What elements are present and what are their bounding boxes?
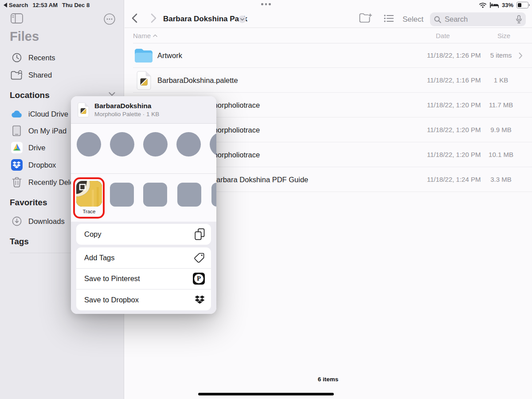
share-target-placeholder[interactable] bbox=[143, 132, 168, 156]
file-date: 11/18/22, 1:24 PM bbox=[427, 167, 481, 192]
list-view-icon bbox=[384, 14, 394, 23]
file-size: 5 items bbox=[486, 43, 516, 68]
file-name: Barbara Dokshina PDF Guide bbox=[211, 167, 308, 192]
file-size: 3.3 MB bbox=[486, 167, 516, 192]
share-file-title: BarbaraDokshina bbox=[94, 102, 159, 110]
share-target-placeholder[interactable] bbox=[77, 132, 101, 156]
sidebar-section-locations[interactable]: Locations bbox=[10, 90, 50, 100]
items-count: 6 items bbox=[124, 376, 532, 383]
share-target-placeholder[interactable] bbox=[176, 132, 201, 156]
action-card-primary: Copy bbox=[76, 224, 211, 245]
action-label: Add Tags bbox=[84, 254, 115, 262]
list-column-headers: Name Date Size bbox=[133, 31, 523, 43]
share-sheet-header: BarbaraDokshina Morpholio Palette · 1 KB bbox=[71, 96, 216, 124]
share-app-placeholder[interactable] bbox=[211, 183, 216, 207]
file-date: 11/18/22, 1:20 PM bbox=[427, 117, 481, 142]
shared-folder-icon bbox=[11, 70, 23, 80]
file-name: morpholiotrace bbox=[211, 142, 260, 167]
sidebar-section-favorites[interactable]: Favorites bbox=[10, 198, 47, 207]
palette-file-icon bbox=[134, 70, 153, 90]
action-add-tags[interactable]: Add Tags bbox=[76, 247, 211, 268]
mic-icon[interactable] bbox=[516, 15, 522, 23]
pinterest-icon: P bbox=[193, 273, 205, 285]
dropbox-icon bbox=[11, 159, 23, 171]
folder-icon bbox=[134, 46, 153, 65]
column-header-date[interactable]: Date bbox=[436, 32, 450, 39]
sort-ascending-icon bbox=[153, 34, 157, 37]
sidebar-toggle-icon bbox=[11, 13, 23, 23]
sidebar-item-label: Drive bbox=[28, 144, 46, 152]
file-name: morpholiotrace bbox=[211, 117, 260, 142]
share-sheet-divider bbox=[71, 173, 216, 174]
ellipsis-circle-icon bbox=[104, 13, 115, 25]
share-target-placeholder[interactable] bbox=[110, 132, 134, 156]
sidebar-item-label: Downloads bbox=[28, 217, 65, 226]
action-card-secondary: Add Tags Save to Pinterest P Save to Dro… bbox=[76, 247, 211, 310]
ipad-icon bbox=[11, 125, 23, 136]
sidebar-item-recents[interactable]: Recents bbox=[0, 49, 124, 66]
sidebar-item-label: Recents bbox=[28, 54, 55, 62]
palette-file-icon bbox=[78, 102, 89, 117]
annotation-highlight-rectangle bbox=[73, 177, 105, 219]
folder-title: Barbara Dokshina Pack bbox=[163, 15, 247, 23]
file-date: 11/18/22, 1:20 PM bbox=[427, 142, 481, 167]
file-row-artwork[interactable]: Artwork 11/18/22, 1:26 PM 5 items bbox=[124, 43, 532, 68]
sidebar-more-button[interactable] bbox=[104, 13, 115, 25]
file-date: 11/18/22, 1:16 PM bbox=[427, 68, 481, 93]
file-size: 9.9 MB bbox=[486, 117, 516, 142]
chevron-down-icon bbox=[240, 18, 244, 21]
dropbox-glyph-icon bbox=[195, 295, 205, 305]
file-size: 1 KB bbox=[486, 68, 516, 93]
action-save-to-pinterest[interactable]: Save to Pinterest P bbox=[76, 268, 211, 289]
chevron-down-icon[interactable] bbox=[109, 92, 115, 96]
trash-icon bbox=[11, 177, 23, 188]
select-button[interactable]: Select bbox=[403, 15, 423, 24]
status-bar: Search 12:53 AM Thu Dec 8 33% bbox=[0, 0, 532, 11]
sleep-focus-icon bbox=[490, 2, 499, 8]
file-name: BarbaraDokshina.palette bbox=[157, 68, 238, 93]
back-button[interactable] bbox=[131, 13, 137, 23]
file-row-palette[interactable]: BarbaraDokshina.palette 11/18/22, 1:16 P… bbox=[124, 68, 532, 93]
action-save-to-dropbox[interactable]: Save to Dropbox bbox=[76, 289, 211, 310]
action-label: Save to Pinterest bbox=[84, 274, 140, 283]
file-name: Artwork bbox=[157, 43, 182, 68]
action-label: Copy bbox=[84, 230, 102, 239]
file-date: 11/18/22, 1:26 PM bbox=[427, 43, 481, 68]
sidebar-item-label: Dropbox bbox=[28, 161, 56, 169]
app-title: Files bbox=[10, 29, 39, 44]
download-circle-icon bbox=[11, 216, 23, 227]
sidebar-item-shared[interactable]: Shared bbox=[0, 66, 124, 83]
folder-title-menu-button[interactable] bbox=[239, 16, 246, 23]
tag-icon bbox=[194, 252, 205, 263]
share-sheet-popover: BarbaraDokshina Morpholio Palette · 1 KB… bbox=[71, 96, 216, 314]
column-header-name[interactable]: Name bbox=[133, 32, 157, 39]
sidebar-section-tags[interactable]: Tags bbox=[10, 237, 29, 246]
toolbar-divider bbox=[125, 27, 532, 28]
column-header-size[interactable]: Size bbox=[497, 32, 510, 39]
action-label: Save to Dropbox bbox=[84, 296, 139, 304]
search-icon bbox=[434, 16, 441, 23]
forward-button[interactable] bbox=[151, 13, 157, 23]
share-target-placeholder[interactable] bbox=[210, 132, 217, 156]
share-file-subtitle: Morpholio Palette · 1 KB bbox=[94, 111, 159, 117]
sidebar-item-label: On My iPad bbox=[28, 127, 66, 135]
multitasking-indicator[interactable] bbox=[0, 3, 532, 5]
share-app-placeholder[interactable] bbox=[110, 183, 134, 207]
share-app-placeholder[interactable] bbox=[177, 183, 201, 207]
action-copy[interactable]: Copy bbox=[76, 224, 211, 245]
home-indicator[interactable] bbox=[198, 393, 334, 395]
wifi-icon bbox=[479, 2, 487, 8]
battery-percent: 33% bbox=[502, 2, 513, 8]
file-name: morpholiotrace bbox=[211, 93, 260, 117]
new-folder-button[interactable] bbox=[359, 13, 372, 23]
list-view-button[interactable] bbox=[384, 14, 394, 23]
search-field[interactable] bbox=[430, 12, 526, 26]
share-app-placeholder[interactable] bbox=[143, 183, 167, 207]
icloud-icon bbox=[11, 110, 23, 118]
chevron-right-icon bbox=[519, 52, 523, 59]
sidebar-toggle-button[interactable] bbox=[11, 13, 23, 23]
search-input[interactable] bbox=[444, 15, 513, 24]
copy-icon bbox=[195, 228, 205, 240]
new-folder-icon bbox=[359, 13, 372, 23]
battery-icon bbox=[516, 2, 528, 8]
